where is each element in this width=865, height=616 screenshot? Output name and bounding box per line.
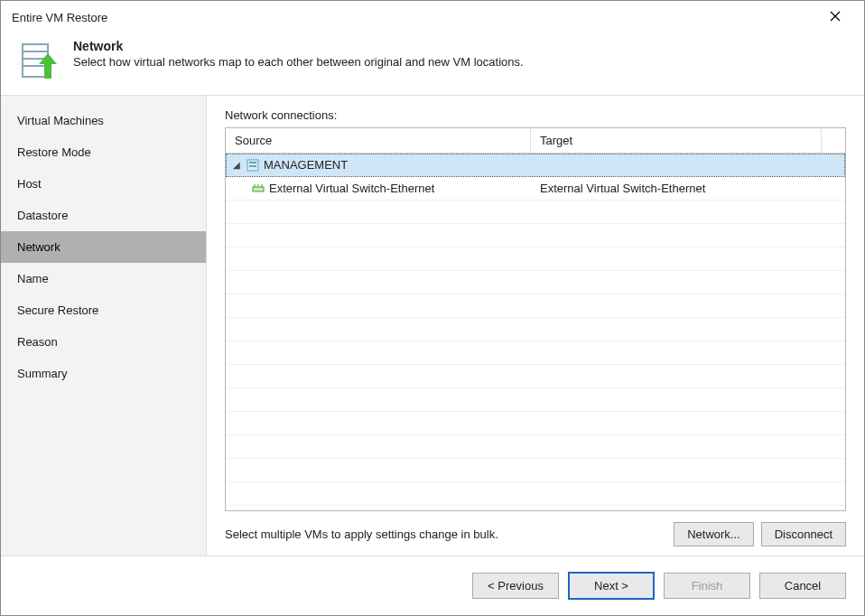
bulk-hint: Select multiple VMs to apply settings ch… (225, 527, 666, 541)
restore-icon (17, 39, 60, 82)
sidebar-item-secure-restore[interactable]: Secure Restore (1, 294, 206, 326)
sidebar-item-network[interactable]: Network (1, 231, 206, 263)
grid-header: Source Target (226, 128, 845, 154)
network-button[interactable]: Network... (674, 522, 754, 546)
table-row-empty (226, 365, 845, 388)
disconnect-button[interactable]: Disconnect (761, 522, 846, 546)
sidebar-item-name[interactable]: Name (1, 263, 206, 294)
table-row-empty (226, 341, 845, 365)
wizard-steps-sidebar: Virtual Machines Restore Mode Host Datas… (1, 96, 207, 555)
table-row-empty (226, 412, 845, 435)
column-source[interactable]: Source (226, 128, 531, 153)
sidebar-item-restore-mode[interactable]: Restore Mode (1, 136, 206, 168)
page-subtitle: Select how virtual networks map to each … (73, 55, 524, 69)
previous-button[interactable]: < Previous (472, 573, 559, 599)
cell-source: External Virtual Switch-Ethernet (226, 182, 531, 196)
cell-target: External Virtual Switch-Ethernet (531, 182, 845, 195)
table-row[interactable]: External Virtual Switch-Ethernet Externa… (226, 177, 845, 201)
table-row-empty (226, 224, 845, 247)
close-button[interactable] (817, 1, 853, 33)
table-row-empty (226, 459, 845, 482)
host-icon (246, 158, 260, 173)
close-icon (830, 9, 841, 25)
header-text: Network Select how virtual networks map … (73, 39, 524, 69)
table-row-empty (226, 482, 845, 506)
column-spacer (822, 128, 845, 153)
sidebar-item-reason[interactable]: Reason (1, 326, 206, 358)
window-title: Entire VM Restore (12, 11, 107, 24)
next-button[interactable]: Next > (568, 572, 655, 600)
expand-icon[interactable]: ◢ (231, 160, 242, 170)
svg-rect-6 (249, 165, 256, 167)
network-switch-icon (251, 182, 265, 196)
wizard-footer: < Previous Next > Finish Cancel (1, 555, 864, 615)
cell-source-text: MANAGEMENT (264, 158, 348, 172)
grid-footer: Select multiple VMs to apply settings ch… (225, 522, 846, 546)
table-row-empty (226, 271, 845, 294)
wizard-header: Network Select how virtual networks map … (1, 33, 864, 95)
svg-rect-7 (253, 187, 264, 191)
finish-button: Finish (664, 573, 750, 599)
sidebar-item-datastore[interactable]: Datastore (1, 200, 206, 231)
table-row-empty (226, 318, 845, 341)
svg-rect-5 (249, 162, 256, 163)
page-title: Network (73, 39, 524, 53)
cancel-button[interactable]: Cancel (759, 573, 846, 599)
table-row[interactable]: ◢ MANAGEMENT (226, 154, 845, 177)
column-target[interactable]: Target (531, 128, 822, 153)
table-row-empty (226, 247, 845, 271)
content-panel: Network connections: Source Target ◢ (207, 96, 864, 555)
sidebar-item-virtual-machines[interactable]: Virtual Machines (1, 105, 206, 136)
sidebar-item-host[interactable]: Host (1, 168, 206, 200)
wizard-body: Virtual Machines Restore Mode Host Datas… (1, 95, 864, 555)
table-row-empty (226, 435, 845, 459)
sidebar-item-summary[interactable]: Summary (1, 358, 206, 389)
table-row-empty (226, 388, 845, 412)
dialog-window: Entire VM Restore Network Select how vir… (0, 0, 865, 616)
network-grid[interactable]: Source Target ◢ MANAGEMENT (225, 127, 846, 511)
cell-source: ◢ MANAGEMENT (226, 158, 531, 173)
title-bar: Entire VM Restore (1, 1, 864, 33)
cell-source-text: External Virtual Switch-Ethernet (269, 182, 434, 195)
table-row-empty (226, 294, 845, 318)
section-label: Network connections: (225, 108, 846, 122)
table-row-empty (226, 201, 845, 224)
grid-body: ◢ MANAGEMENT (226, 154, 845, 510)
